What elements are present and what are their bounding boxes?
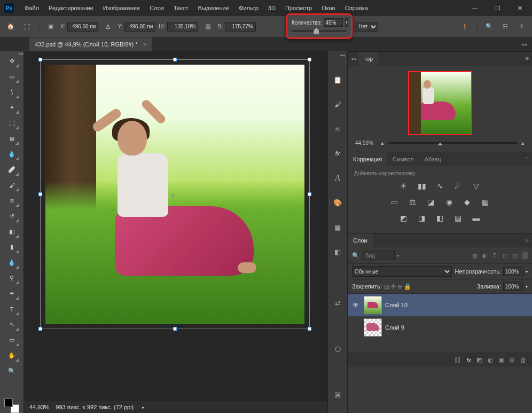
patterns-panel-icon[interactable]: ▦ bbox=[330, 220, 346, 234]
navigator-tab[interactable]: тор bbox=[358, 52, 378, 66]
paths-panel-icon[interactable]: ⌘ bbox=[330, 388, 346, 402]
layer-style-icon[interactable]: fx bbox=[466, 356, 471, 364]
lock-artboard-icon[interactable]: ⊕ bbox=[397, 283, 402, 290]
invert-icon[interactable]: ◩ bbox=[397, 213, 410, 223]
document-tab[interactable]: 432.psd @ 44,9% (Слой 10, RGB/8#) * × bbox=[29, 37, 152, 51]
home-icon[interactable]: 🏠 bbox=[4, 20, 17, 33]
dodge-tool[interactable]: ⚲ bbox=[4, 271, 19, 285]
character-panel-icon[interactable]: A bbox=[330, 171, 346, 185]
gradient-map-icon[interactable]: ▬ bbox=[470, 213, 483, 223]
nav-zoom-value[interactable]: 44,93% bbox=[355, 140, 377, 146]
reference-point-icon[interactable]: ▣ bbox=[44, 20, 57, 33]
visibility-icon[interactable]: 👁 bbox=[351, 301, 361, 309]
exposure-icon[interactable]: ☄ bbox=[452, 181, 465, 191]
nav-zoom-slider[interactable] bbox=[388, 142, 517, 144]
marquee-tool[interactable]: ▭ bbox=[4, 70, 19, 83]
channel-mixer-icon[interactable]: ◆ bbox=[461, 197, 474, 207]
posterize-icon[interactable]: ◨ bbox=[416, 213, 428, 223]
menu-filter[interactable]: Фильтр bbox=[234, 3, 263, 13]
layers-menu-icon[interactable]: ≡ bbox=[526, 237, 529, 243]
eyedropper-tool[interactable]: 💧 bbox=[4, 147, 19, 161]
menu-help[interactable]: Справка bbox=[341, 3, 372, 13]
filter-type-icon[interactable]: T bbox=[490, 251, 499, 260]
rectangle-tool[interactable]: ▭ bbox=[4, 333, 19, 347]
share-icon[interactable]: ⇪ bbox=[515, 20, 528, 33]
content-aware-scale-icon[interactable]: ⛶ bbox=[20, 20, 33, 33]
layer-item[interactable]: Слой 9 bbox=[348, 316, 532, 339]
menu-text[interactable]: Текст bbox=[169, 3, 193, 13]
hue-icon[interactable]: ▭ bbox=[388, 197, 401, 207]
color-balance-icon[interactable]: ⚖ bbox=[406, 197, 419, 207]
amount-input[interactable] bbox=[324, 18, 343, 27]
levels-icon[interactable]: ▮▮ bbox=[416, 181, 428, 191]
blend-mode-select[interactable]: Обычные bbox=[352, 266, 452, 277]
filter-toggle[interactable] bbox=[522, 252, 528, 259]
tools-collapse-icon[interactable]: ▸▸ bbox=[19, 51, 24, 56]
fill-input[interactable] bbox=[503, 282, 523, 291]
lock-position-icon[interactable]: ✜ bbox=[391, 283, 396, 290]
midstrip-collapse-icon[interactable]: ◂◂ bbox=[340, 52, 345, 58]
character-tab[interactable]: Символ bbox=[387, 152, 419, 166]
filter-shape-icon[interactable]: ▢ bbox=[500, 251, 509, 260]
edit-toolbar[interactable]: ⋯ bbox=[4, 380, 19, 393]
menu-edit[interactable]: Редактирование bbox=[44, 3, 98, 13]
layer-search-input[interactable] bbox=[363, 251, 395, 260]
fg-color[interactable] bbox=[4, 399, 13, 407]
menu-window[interactable]: Окно bbox=[317, 3, 340, 13]
blur-tool[interactable]: 💧 bbox=[4, 256, 19, 269]
frame-tool[interactable]: ⊠ bbox=[4, 132, 19, 145]
swatches-panel-icon[interactable]: 🎨 bbox=[330, 196, 346, 209]
lock-pixels-icon[interactable]: ▧ bbox=[384, 283, 389, 290]
eraser-tool[interactable]: ◧ bbox=[4, 225, 19, 238]
filter-pixel-icon[interactable]: ▧ bbox=[470, 251, 479, 260]
cancel-transform-icon[interactable]: 🚶 bbox=[459, 20, 472, 33]
canvas-area[interactable]: 44,93% 993 пикс. x 992 пикс. (72 ppi) ▸ bbox=[24, 51, 327, 413]
filter-adjust-icon[interactable]: ◐ bbox=[480, 251, 489, 260]
corr-menu-icon[interactable]: ≡ bbox=[526, 155, 529, 162]
status-zoom[interactable]: 44,93% bbox=[29, 404, 49, 410]
corrections-tab[interactable]: Коррекция bbox=[348, 152, 387, 166]
layer-mask-icon[interactable]: ◩ bbox=[476, 356, 482, 364]
tab-close-icon[interactable]: × bbox=[143, 41, 146, 48]
layer-thumbnail[interactable] bbox=[364, 318, 382, 337]
maximize-button[interactable]: ☐ bbox=[490, 3, 506, 14]
crop-tool[interactable]: ⛶ bbox=[4, 116, 19, 130]
panel-collapse-icon[interactable]: ▸▸ bbox=[522, 42, 528, 47]
navigator-thumbnail[interactable] bbox=[408, 71, 472, 135]
type-tool[interactable]: T bbox=[4, 302, 19, 316]
move-tool[interactable]: ✥ bbox=[4, 54, 19, 68]
layer-name[interactable]: Слой 9 bbox=[385, 324, 404, 331]
vibrance-icon[interactable]: ▽ bbox=[470, 181, 483, 191]
new-group-icon[interactable]: ▣ bbox=[498, 356, 504, 364]
threshold-icon[interactable]: ◧ bbox=[434, 213, 447, 223]
healing-tool[interactable]: 🩹 bbox=[4, 163, 19, 176]
y-input[interactable] bbox=[124, 22, 155, 32]
status-menu-icon[interactable]: ▸ bbox=[142, 405, 144, 410]
selective-color-icon[interactable]: ▤ bbox=[452, 213, 465, 223]
photo-filter-icon[interactable]: ◉ bbox=[443, 197, 456, 207]
quick-select-tool[interactable]: ✦ bbox=[4, 101, 19, 114]
curves-icon[interactable]: ∿ bbox=[434, 181, 447, 191]
zoom-out-icon[interactable]: ▴ bbox=[381, 139, 384, 146]
amount-slider[interactable] bbox=[292, 30, 347, 32]
paragraph-tab[interactable]: Абзац bbox=[419, 152, 447, 166]
view-options-icon[interactable]: ☷ bbox=[499, 20, 512, 33]
layer-item[interactable]: 👁 Слой 10 bbox=[348, 294, 532, 316]
adjustments-panel-icon[interactable]: ⇄ bbox=[330, 296, 346, 310]
nav-collapse-icon[interactable]: ◂◂ bbox=[351, 56, 356, 61]
link-layers-icon[interactable]: ⛓ bbox=[455, 356, 461, 364]
bw-icon[interactable]: ◪ bbox=[425, 197, 437, 207]
history-panel-icon[interactable]: 📋 bbox=[330, 73, 346, 87]
zoom-in-icon[interactable]: ▴ bbox=[521, 139, 525, 146]
nav-menu-icon[interactable]: ≡ bbox=[526, 55, 529, 61]
pen-tool[interactable]: ✒ bbox=[4, 287, 19, 300]
layer-thumbnail[interactable] bbox=[364, 296, 382, 314]
h-input[interactable] bbox=[225, 22, 256, 32]
filter-smart-icon[interactable]: ◫ bbox=[511, 251, 519, 260]
zoom-tool[interactable]: 🔍 bbox=[4, 364, 19, 378]
x-input[interactable] bbox=[67, 22, 98, 32]
gradients-panel-icon[interactable]: ◧ bbox=[330, 245, 346, 259]
layer-name[interactable]: Слой 10 bbox=[385, 302, 408, 308]
hand-tool[interactable]: ✋ bbox=[4, 349, 19, 362]
close-button[interactable]: ✕ bbox=[512, 3, 528, 14]
